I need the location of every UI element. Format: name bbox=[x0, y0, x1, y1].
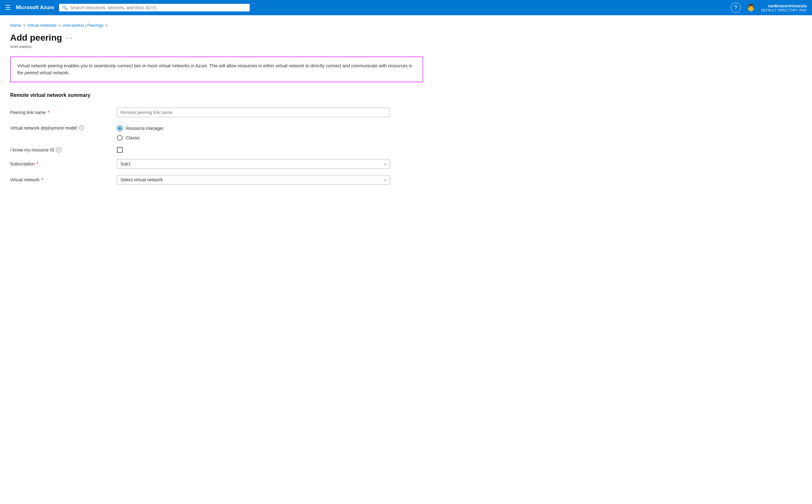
control-subscription: Sub1 ⌄ bbox=[117, 159, 435, 169]
label-resource-id: I know my resource ID i bbox=[10, 147, 112, 152]
search-icon: 🔍 bbox=[62, 5, 68, 10]
radio-label-classic: Classic bbox=[126, 135, 140, 140]
radio-classic[interactable]: Classic bbox=[117, 135, 435, 141]
label-deployment-model: Virtual network deployment model i bbox=[10, 125, 112, 131]
topbar-right: ? 👨 ravikiransrinivasulu DEFAULT DIRECTO… bbox=[731, 3, 807, 13]
more-options-button[interactable]: ··· bbox=[66, 34, 73, 42]
feedback-button[interactable]: 👨 bbox=[746, 3, 756, 13]
label-peering-link-name: Peering link name * bbox=[10, 110, 112, 115]
search-box[interactable]: 🔍 bbox=[59, 4, 250, 11]
breadcrumb-home[interactable]: Home bbox=[10, 23, 21, 28]
control-virtual-network: Select virtual network ⌄ bbox=[117, 175, 435, 185]
page-subtitle: vnet-eastus bbox=[10, 44, 435, 49]
peering-link-name-input[interactable] bbox=[117, 108, 390, 117]
label-text-resource-id: I know my resource ID bbox=[10, 147, 54, 152]
required-marker-peering: * bbox=[48, 110, 49, 115]
search-input[interactable] bbox=[70, 5, 247, 10]
info-box-text: Virtual network peering enables you to s… bbox=[17, 63, 412, 75]
user-directory: DEFAULT DIRECTORY (RAV bbox=[761, 8, 807, 12]
label-text-deployment-model: Virtual network deployment model bbox=[10, 125, 77, 131]
breadcrumb: Home > Virtual networks > vnet-eastus | … bbox=[10, 23, 435, 28]
form: Peering link name * Virtual network depl… bbox=[10, 104, 435, 188]
label-virtual-network: Virtual network * bbox=[10, 177, 112, 182]
brand-name: Microsoft Azure bbox=[16, 5, 54, 10]
info-box: Virtual network peering enables you to s… bbox=[10, 57, 423, 82]
breadcrumb-virtual-networks[interactable]: Virtual networks bbox=[27, 23, 57, 28]
virtual-network-select-wrapper: Select virtual network ⌄ bbox=[117, 175, 390, 185]
breadcrumb-sep-2: > bbox=[58, 23, 61, 28]
required-marker-subscription: * bbox=[37, 161, 38, 166]
virtual-network-select[interactable]: Select virtual network bbox=[117, 175, 390, 185]
breadcrumb-sep-3: > bbox=[105, 23, 108, 28]
help-icon: ? bbox=[734, 4, 737, 11]
subscription-select[interactable]: Sub1 bbox=[117, 159, 390, 169]
label-subscription: Subscription * bbox=[10, 161, 112, 166]
label-text-peering-link-name: Peering link name bbox=[10, 110, 46, 115]
deployment-model-radio-group: Resource manager Classic bbox=[117, 125, 435, 141]
info-icon-deployment[interactable]: i bbox=[79, 125, 84, 131]
form-row-virtual-network: Virtual network * Select virtual network… bbox=[10, 172, 435, 188]
radio-circle-classic[interactable] bbox=[117, 135, 123, 141]
hamburger-icon: ☰ bbox=[5, 4, 11, 11]
topbar: ☰ Microsoft Azure 🔍 ? 👨 ravikiransriniva… bbox=[0, 0, 812, 15]
form-row-deployment-model: Virtual network deployment model i Resou… bbox=[10, 120, 435, 144]
subscription-select-wrapper: Sub1 ⌄ bbox=[117, 159, 390, 169]
radio-resource-manager[interactable]: Resource manager bbox=[117, 125, 435, 131]
info-icon-resource-id[interactable]: i bbox=[56, 147, 61, 152]
form-row-subscription: Subscription * Sub1 ⌄ bbox=[10, 156, 435, 172]
required-marker-vnet: * bbox=[41, 177, 43, 182]
page-title-row: Add peering ··· bbox=[10, 33, 435, 43]
form-row-resource-id: I know my resource ID i bbox=[10, 144, 435, 156]
label-text-subscription: Subscription bbox=[10, 161, 35, 166]
user-name: ravikiransrinivasulu bbox=[768, 3, 807, 8]
breadcrumb-peerings[interactable]: vnet-eastus | Peerings bbox=[63, 23, 104, 28]
label-text-virtual-network: Virtual network bbox=[10, 177, 39, 182]
feedback-icon: 👨 bbox=[747, 3, 755, 12]
breadcrumb-sep-1: > bbox=[23, 23, 25, 28]
main-content: Home > Virtual networks > vnet-eastus | … bbox=[0, 15, 445, 195]
radio-circle-resource-manager[interactable] bbox=[117, 125, 123, 131]
resource-id-checkbox[interactable] bbox=[117, 147, 123, 153]
help-button[interactable]: ? bbox=[731, 3, 741, 13]
control-resource-id bbox=[117, 147, 435, 153]
radio-label-resource-manager: Resource manager bbox=[126, 126, 164, 131]
page-title: Add peering bbox=[10, 33, 62, 43]
section-heading: Remote virtual network summary bbox=[10, 92, 435, 98]
hamburger-menu[interactable]: ☰ bbox=[5, 4, 11, 11]
user-profile[interactable]: ravikiransrinivasulu DEFAULT DIRECTORY (… bbox=[761, 3, 807, 12]
form-row-peering-link-name: Peering link name * bbox=[10, 104, 435, 120]
control-peering-link-name bbox=[117, 108, 435, 117]
